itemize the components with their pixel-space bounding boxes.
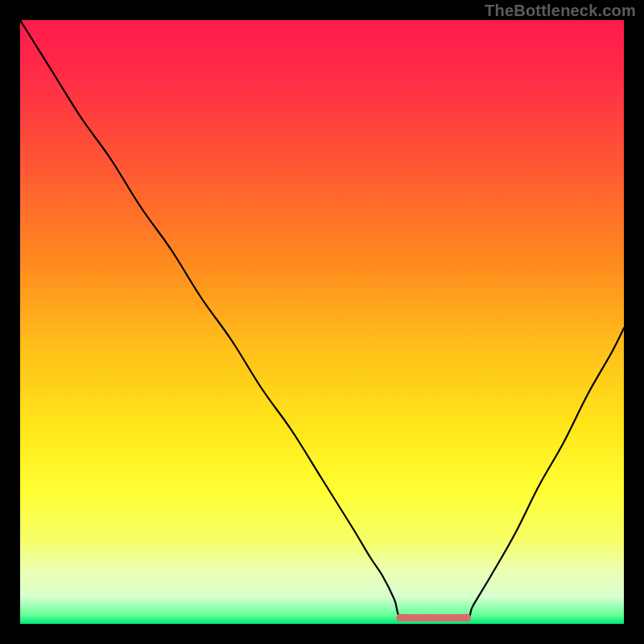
optimal-range-dot-right [463, 614, 471, 622]
curve-layer [20, 20, 624, 624]
optimal-range-dot-left [397, 614, 405, 622]
watermark-text: TheBottleneck.com [485, 2, 636, 20]
bottleneck-curve [20, 20, 624, 619]
plot-area [20, 20, 624, 624]
chart-frame: TheBottleneck.com [0, 0, 644, 644]
